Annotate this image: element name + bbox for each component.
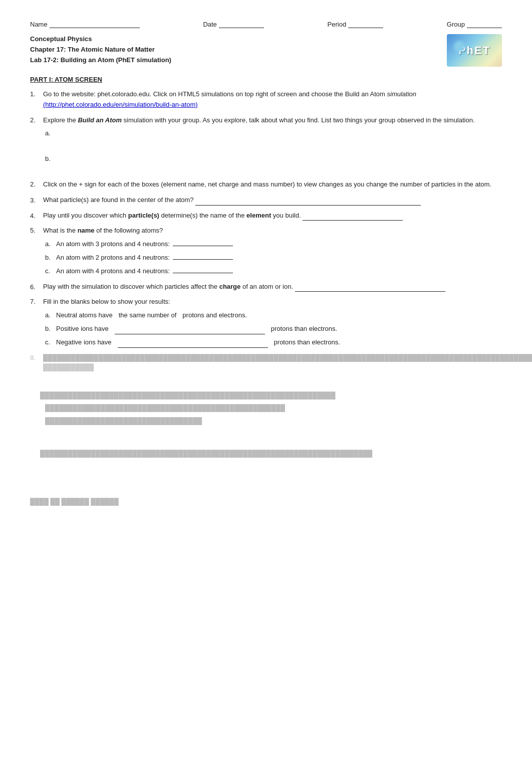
question-8: 7. Fill in the blanks below to show your… — [30, 297, 502, 347]
q1-spacer — [418, 90, 476, 98]
q2-text: Explore the Build an Atom simulation wit… — [43, 115, 502, 126]
q8a-pre: Neutral atoms have — [56, 310, 113, 321]
part1-title: PART I: ATOM SCREEN — [30, 76, 502, 83]
q8c-post: protons than electrons. — [274, 337, 340, 348]
date-label: Date — [203, 21, 216, 28]
date-line — [219, 20, 264, 28]
q10b-text: ██████████████████████████████████ — [45, 416, 202, 426]
group-label: Group — [447, 21, 465, 28]
q6-bold: name — [78, 227, 95, 234]
part2-blurred: ████ ██ ██████ ██████ — [30, 497, 502, 507]
q8b-label: b. — [45, 324, 53, 334]
title-line3: Lab 17-2: Building an Atom (PhET simulat… — [30, 55, 171, 66]
question-1: 1. Go to the website: phet.colorado.edu.… — [30, 89, 502, 110]
q1-text: Go to the website: phet.colorado.edu. Cl… — [43, 89, 502, 110]
q10a-item: ████████████████████████████████████████… — [45, 403, 502, 413]
question-4: 3. What particle(s) are found in the cen… — [30, 195, 502, 206]
q6c-item: c. An atom with 4 protons and 4 neutrons… — [45, 266, 502, 277]
question-6: 5. What is the name of the following ato… — [30, 226, 502, 276]
q4-answer-line — [195, 199, 421, 206]
q9-text: ████████████████████████████████████████… — [43, 353, 532, 372]
q8a-item: a. Neutral atoms have the same number of… — [45, 310, 502, 321]
question-2: 2. Explore the Build an Atom simulation … — [30, 115, 502, 164]
title-line1: Conceptual Physics — [30, 34, 171, 45]
question-5: 4. Play until you discover which particl… — [30, 211, 502, 221]
q6a-text: An atom with 3 protons and 4 neutrons: — [56, 239, 170, 250]
q7-row: 6. Play with the simulation to discover … — [30, 282, 502, 292]
q4-text: What particle(s) are found in the center… — [43, 195, 502, 206]
q6a-answer — [173, 239, 233, 246]
q2b-item: b. — [45, 154, 502, 164]
question-9: 8. █████████████████████████████████████… — [30, 353, 502, 372]
q7-answer-line — [295, 285, 445, 292]
q8-row: 7. Fill in the blanks below to show your… — [30, 297, 502, 307]
group-line — [467, 20, 502, 28]
q8b-pre: Positive ions have — [56, 324, 109, 334]
q5-answer-line — [303, 214, 403, 221]
phet-logo: PhET — [447, 34, 502, 67]
group-field: Group — [447, 20, 502, 28]
q1-simulation-label: simulation — [387, 90, 417, 98]
q3-num: 2. — [30, 179, 40, 190]
q2b-label: b. — [45, 154, 53, 164]
q11-text: ████████████████████████████████████████… — [40, 449, 502, 459]
q1-row: 1. Go to the website: phet.colorado.edu.… — [30, 89, 502, 110]
q6a-item: a. An atom with 3 protons and 4 neutrons… — [45, 239, 502, 250]
q6b-item: b. An atom with 2 protons and 4 neutrons… — [45, 253, 502, 263]
question-11: ████████████████████████████████████████… — [30, 449, 502, 459]
q8b-answer — [115, 327, 265, 334]
q6c-label: c. — [45, 266, 53, 277]
q5-num: 4. — [30, 211, 40, 221]
question-3: 2. Click on the + sign for each of the b… — [30, 179, 502, 190]
q6a-label: a. — [45, 239, 53, 250]
q4-row: 3. What particle(s) are found in the cen… — [30, 195, 502, 206]
q2a-item: a. — [45, 128, 502, 139]
q2-bold: Build an Atom — [78, 116, 122, 124]
phet-logo-text: PhET — [458, 44, 490, 57]
part2-label: ████ ██ ██████ ██████ — [30, 498, 119, 505]
q8b-post: protons than electrons. — [271, 324, 337, 334]
q10a-text: ████████████████████████████████████████… — [45, 403, 285, 413]
q6-text: What is the name of the following atoms? — [43, 226, 502, 236]
q8c-item: c. Negative ions have protons than elect… — [45, 337, 502, 348]
q6-row: 5. What is the name of the following ato… — [30, 226, 502, 236]
q10-text: ████████████████████████████████████████… — [40, 391, 502, 401]
period-line — [348, 20, 383, 28]
name-line — [50, 20, 140, 28]
title-text: Conceptual Physics Chapter 17: The Atomi… — [30, 34, 171, 65]
q10b-item: ██████████████████████████████████ — [45, 416, 502, 426]
q3-text: Click on the + sign for each of the boxe… — [43, 179, 502, 190]
q8c-answer — [118, 341, 268, 348]
q10-row: ████████████████████████████████████████… — [30, 391, 502, 401]
title-block: Conceptual Physics Chapter 17: The Atomi… — [30, 34, 502, 67]
q8a-mid: the same number of — [119, 310, 177, 321]
header: Name Date Period Group — [30, 20, 502, 28]
q8c-pre: Negative ions have — [56, 337, 112, 348]
q2a-label: a. — [45, 128, 53, 139]
q3-row: 2. Click on the + sign for each of the b… — [30, 179, 502, 190]
q2-row: 2. Explore the Build an Atom simulation … — [30, 115, 502, 126]
q11-row: ████████████████████████████████████████… — [30, 449, 502, 459]
period-field: Period — [328, 20, 384, 28]
q5-text: Play until you discover which particle(s… — [43, 211, 502, 221]
question-7: 6. Play with the simulation to discover … — [30, 282, 502, 292]
q6c-text: An atom with 4 protons and 4 neutrons: — [56, 266, 170, 277]
q6-num: 5. — [30, 226, 40, 236]
q8a-post: protons and electrons. — [182, 310, 247, 321]
q4-num: 3. — [30, 196, 40, 206]
date-field: Date — [203, 20, 263, 28]
title-line2: Chapter 17: The Atomic Nature of Matter — [30, 45, 171, 55]
q8-text: Fill in the blanks below to show your re… — [43, 297, 502, 307]
q8a-label: a. — [45, 310, 53, 321]
question-10: ████████████████████████████████████████… — [30, 391, 502, 426]
q7-bold: charge — [219, 283, 241, 290]
q5-row: 4. Play until you discover which particl… — [30, 211, 502, 221]
q7-num: 6. — [30, 282, 40, 292]
q8-num: 7. — [30, 297, 40, 307]
period-label: Period — [328, 21, 347, 28]
q1-link[interactable]: (http://phet.colorado.edu/en/simulation/… — [43, 101, 198, 108]
q5-bold1: particle(s) — [128, 212, 159, 219]
q8c-label: c. — [45, 337, 53, 348]
q1-num: 1. — [30, 89, 40, 110]
q8b-item: b. Positive ions have protons than elect… — [45, 324, 502, 334]
